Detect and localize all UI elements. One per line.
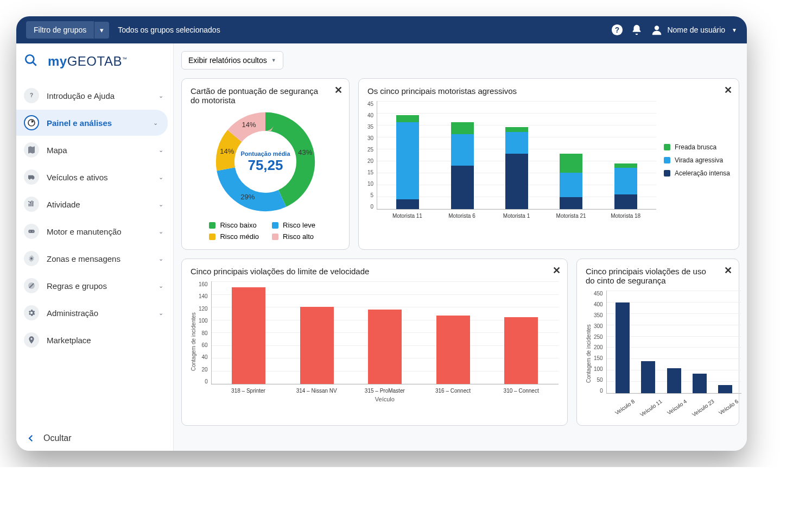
svg-text:?: ? [615,26,619,34]
content: Exibir relatórios ocultos ▼ ✕ Cartão de … [174,43,747,451]
nav-label: Administração [47,308,151,318]
nav-icon [24,332,39,348]
legend-item: Aceleração intensa [664,169,730,177]
logo: myGEOTAB™ [48,54,127,69]
chevron-down-icon: ⌄ [158,282,163,289]
y-axis-label: Contagem de incidentes [191,281,196,402]
y-axis-label: Contagem de incidentes [586,291,592,417]
legend-item: Risco médio [209,232,259,241]
search-icon[interactable] [24,53,38,70]
app-frame: Filtro de grupos ▾ Todos os grupos selec… [16,16,747,451]
nav-icon [24,115,39,130]
aggressive-legend: Freada bruscaVirada agressivaAceleração … [664,101,730,219]
sidebar-item-motor-e-manuten-o[interactable]: Motor e manutenção ⌄ [16,218,173,244]
notifications-icon[interactable] [627,20,646,40]
nav-label: Motor e manutenção [47,227,151,236]
bar-segment [451,134,474,166]
x-axis-label: Veículo [211,396,559,402]
bar [641,361,655,393]
sidebar: myGEOTAB™ ? Introdução e Ajuda ⌄ Painel … [16,43,174,451]
chevron-down-icon: ⌄ [158,201,163,208]
nav-label: Veículos e ativos [47,173,151,182]
close-icon[interactable]: ✕ [553,264,561,276]
close-icon[interactable]: ✕ [724,264,732,276]
legend-item: Risco leve [272,221,322,229]
bar-segment [560,173,582,197]
close-icon[interactable]: ✕ [724,84,732,96]
donut-slice-label: 43% [298,148,312,156]
card-title: Cinco principais violações de uso do cin… [586,267,730,285]
logo-row: myGEOTAB™ [16,43,173,79]
card-safety-scorecard: ✕ Cartão de pontuação de segurança do mo… [181,78,350,250]
chevron-down-icon: ▼ [271,58,276,63]
bar-segment [560,197,582,209]
legend-item: Freada brusca [664,143,730,151]
legend-item: Risco alto [272,232,322,241]
donut-center: Pontuação média 75,25 [214,110,317,213]
close-icon[interactable]: ✕ [334,84,342,96]
bar [436,316,470,384]
sidebar-item-introdu-o-e-ajuda[interactable]: ? Introdução e Ajuda ⌄ [16,83,173,109]
bar [718,385,732,393]
hidden-reports-dropdown[interactable]: Exibir relatórios ocultos ▼ [181,51,283,70]
card-title: Os cinco principais motoristas agressivo… [367,86,730,96]
bar-segment [451,166,474,209]
user-menu[interactable]: Nome de usuário ▼ [651,24,737,36]
group-filter-status: Todos os grupos selecionados [118,26,220,34]
card-seatbelt-violations: ✕ Cinco principais violações de uso do c… [576,259,739,426]
safety-donut-chart: Pontuação média 75,25 43%29%14%14% [214,110,317,213]
help-icon[interactable]: ? [607,20,627,40]
chevron-down-icon: ⌄ [158,92,163,99]
bar [616,303,630,393]
bar-segment [614,168,637,194]
donut-legend: Risco baixoRisco leveRisco médioRisco al… [209,221,321,241]
bar-segment [451,122,474,134]
chevron-down-icon: ⌄ [158,228,163,235]
chevron-down-icon: ⌄ [153,119,158,127]
card-speed-violations: ✕ Cinco principais violações do limite d… [181,259,568,426]
svg-line-4 [33,62,36,66]
seatbelt-chart: Contagem de incidentes 45040035030025020… [586,291,730,417]
svg-text:?: ? [30,92,33,98]
nav-icon [24,169,39,185]
nav: ? Introdução e Ajuda ⌄ Painel e análises… [16,79,173,418]
bar [667,368,681,393]
sidebar-item-painel-e-an-lises[interactable]: Painel e análises ⌄ [16,110,168,136]
collapse-sidebar[interactable]: Ocultar [16,426,173,451]
group-filter-dropdown[interactable]: ▾ [94,22,109,39]
bar-segment [396,115,419,122]
sidebar-item-regras-e-grupos[interactable]: Regras e grupos ⌄ [16,273,173,299]
svg-point-3 [26,55,34,63]
card-aggressive-drivers: ✕ Os cinco principais motoristas agressi… [358,78,739,250]
bar [300,307,334,385]
card-title: Cartão de pontuação de segurança do moto… [191,86,340,105]
sidebar-item-ve-culos-e-ativos[interactable]: Veículos e ativos ⌄ [16,164,173,190]
main-split: myGEOTAB™ ? Introdução e Ajuda ⌄ Painel … [16,43,747,451]
sidebar-item-administra-o[interactable]: Administração ⌄ [16,300,173,326]
nav-label: Atividade [47,200,151,209]
sidebar-item-atividade[interactable]: Atividade ⌄ [16,191,173,217]
nav-label: Mapa [47,146,151,155]
svg-point-2 [655,26,659,30]
donut-slice-label: 29% [240,193,255,201]
bar [232,287,265,384]
collapse-label: Ocultar [43,433,72,443]
chevron-down-icon: ▼ [732,27,737,33]
donut-slice-label: 14% [242,121,256,129]
aggressive-chart: 454035302520151050 Motorista 11Motorista… [367,101,656,219]
nav-icon: ? [24,88,39,103]
username-label: Nome de usuário [667,26,725,34]
nav-icon [24,142,39,157]
sidebar-item-zonas-e-mensagens[interactable]: Zonas e mensagens ⌄ [16,245,173,272]
nav-label: Introdução e Ajuda [47,91,151,100]
sidebar-item-mapa[interactable]: Mapa ⌄ [16,137,173,163]
bar-segment [505,132,528,154]
group-filter-button[interactable]: Filtro de grupos [26,21,94,39]
nav-label: Marketplace [47,336,163,345]
nav-icon [24,278,39,293]
nav-icon [24,251,39,266]
legend-item: Virada agressiva [664,156,730,164]
chevron-down-icon: ⌄ [158,310,163,317]
sidebar-item-marketplace[interactable]: Marketplace [16,327,173,353]
hidden-reports-label: Exibir relatórios ocultos [188,56,267,65]
